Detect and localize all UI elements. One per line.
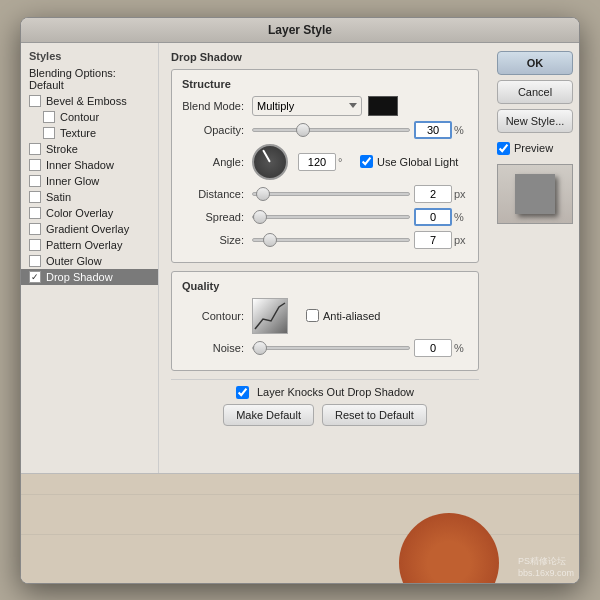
gradient-overlay-checkbox[interactable] [29, 223, 41, 235]
size-input[interactable] [414, 231, 452, 249]
inner-shadow-checkbox[interactable] [29, 159, 41, 171]
blend-mode-row: Blend Mode: Multiply Normal Screen Overl… [182, 96, 468, 116]
distance-slider-container [252, 192, 410, 196]
noise-slider[interactable] [252, 346, 410, 350]
contour-row: Contour: [182, 298, 468, 334]
noise-slider-container [252, 346, 410, 350]
new-style-button[interactable]: New Style... [497, 109, 573, 133]
noise-label: Noise: [182, 342, 252, 354]
preview-checkbox[interactable] [497, 142, 510, 155]
right-buttons-panel: OK Cancel New Style... Preview [491, 43, 579, 473]
svg-rect-0 [253, 299, 287, 333]
angle-row: Angle: ° Use Global Light [182, 144, 468, 180]
noise-input[interactable] [414, 339, 452, 357]
strip-line-1 [21, 494, 579, 495]
spread-slider-container [252, 215, 410, 219]
drop-shadow-checkbox[interactable] [29, 271, 41, 283]
strip-line-2 [21, 534, 579, 535]
use-global-light-label: Use Global Light [377, 156, 458, 168]
spread-unit: % [454, 211, 468, 223]
bottom-section: Layer Knocks Out Drop Shadow Make Defaul… [171, 379, 479, 432]
watermark: PS精修论坛bbs.16x9.com [518, 555, 574, 578]
inner-glow-checkbox[interactable] [29, 175, 41, 187]
sidebar: Styles Blending Options: Default Bevel &… [21, 43, 159, 473]
size-label: Size: [182, 234, 252, 246]
size-row: Size: px [182, 231, 468, 249]
bevel-emboss-checkbox[interactable] [29, 95, 41, 107]
angle-dial[interactable] [252, 144, 288, 180]
use-global-light-checkbox[interactable] [360, 155, 373, 168]
global-light-group: Use Global Light [360, 155, 458, 168]
angle-unit: ° [338, 156, 352, 168]
circle-shape [399, 513, 499, 583]
distance-label: Distance: [182, 188, 252, 200]
preview-checkbox-group: Preview [497, 142, 573, 155]
main-panel: Drop Shadow Structure Blend Mode: Multip… [159, 43, 491, 473]
opacity-slider-container [252, 128, 410, 132]
anti-aliased-label: Anti-aliased [323, 310, 380, 322]
opacity-input[interactable] [414, 121, 452, 139]
spread-input[interactable] [414, 208, 452, 226]
sidebar-heading: Styles [21, 47, 158, 65]
default-buttons-row: Make Default Reset to Default [223, 404, 427, 426]
background-strip: PS精修论坛bbs.16x9.com [21, 473, 579, 583]
ok-button[interactable]: OK [497, 51, 573, 75]
sidebar-item-gradient-overlay[interactable]: Gradient Overlay [21, 221, 158, 237]
opacity-unit: % [454, 124, 468, 136]
size-slider-container [252, 238, 410, 242]
spread-row: Spread: % [182, 208, 468, 226]
sidebar-item-inner-glow[interactable]: Inner Glow [21, 173, 158, 189]
structure-section: Structure Blend Mode: Multiply Normal Sc… [171, 69, 479, 263]
sidebar-item-pattern-overlay[interactable]: Pattern Overlay [21, 237, 158, 253]
structure-heading: Structure [182, 78, 468, 90]
sidebar-item-drop-shadow[interactable]: Drop Shadow [21, 269, 158, 285]
pattern-overlay-checkbox[interactable] [29, 239, 41, 251]
quality-section: Quality Contour: [171, 271, 479, 371]
texture-checkbox[interactable] [43, 127, 55, 139]
opacity-slider[interactable] [252, 128, 410, 132]
contour-preview[interactable] [252, 298, 288, 334]
distance-input[interactable] [414, 185, 452, 203]
sidebar-item-texture[interactable]: Texture [21, 125, 158, 141]
stroke-checkbox[interactable] [29, 143, 41, 155]
angle-label: Angle: [182, 156, 252, 168]
panel-title: Drop Shadow [171, 51, 479, 63]
noise-unit: % [454, 342, 468, 354]
sidebar-item-bevel-emboss[interactable]: Bevel & Emboss [21, 93, 158, 109]
sidebar-item-satin[interactable]: Satin [21, 189, 158, 205]
make-default-button[interactable]: Make Default [223, 404, 314, 426]
distance-slider[interactable] [252, 192, 410, 196]
angle-input[interactable] [298, 153, 336, 171]
sidebar-item-color-overlay[interactable]: Color Overlay [21, 205, 158, 221]
contour-checkbox[interactable] [43, 111, 55, 123]
layer-knocks-out-checkbox[interactable] [236, 386, 249, 399]
layer-style-dialog: Layer Style Styles Blending Options: Def… [20, 17, 580, 584]
size-slider[interactable] [252, 238, 410, 242]
dialog-title: Layer Style [268, 23, 332, 37]
outer-glow-checkbox[interactable] [29, 255, 41, 267]
blend-mode-color-swatch[interactable] [368, 96, 398, 116]
title-bar: Layer Style [21, 18, 579, 43]
sidebar-item-outer-glow[interactable]: Outer Glow [21, 253, 158, 269]
layer-knocks-out-row: Layer Knocks Out Drop Shadow [236, 386, 414, 399]
preview-swatch [515, 174, 555, 214]
color-overlay-checkbox[interactable] [29, 207, 41, 219]
satin-checkbox[interactable] [29, 191, 41, 203]
opacity-label: Opacity: [182, 124, 252, 136]
sidebar-item-stroke[interactable]: Stroke [21, 141, 158, 157]
sidebar-item-contour[interactable]: Contour [21, 109, 158, 125]
distance-unit: px [454, 188, 468, 200]
size-unit: px [454, 234, 468, 246]
spread-slider[interactable] [252, 215, 410, 219]
anti-aliased-checkbox[interactable] [306, 309, 319, 322]
sidebar-item-blending-options[interactable]: Blending Options: Default [21, 65, 158, 93]
anti-aliased-group: Anti-aliased [306, 309, 380, 322]
noise-row: Noise: % [182, 339, 468, 357]
distance-row: Distance: px [182, 185, 468, 203]
blend-mode-select[interactable]: Multiply Normal Screen Overlay [252, 96, 362, 116]
cancel-button[interactable]: Cancel [497, 80, 573, 104]
reset-to-default-button[interactable]: Reset to Default [322, 404, 427, 426]
layer-knocks-out-label: Layer Knocks Out Drop Shadow [257, 386, 414, 398]
sidebar-item-inner-shadow[interactable]: Inner Shadow [21, 157, 158, 173]
spread-label: Spread: [182, 211, 252, 223]
